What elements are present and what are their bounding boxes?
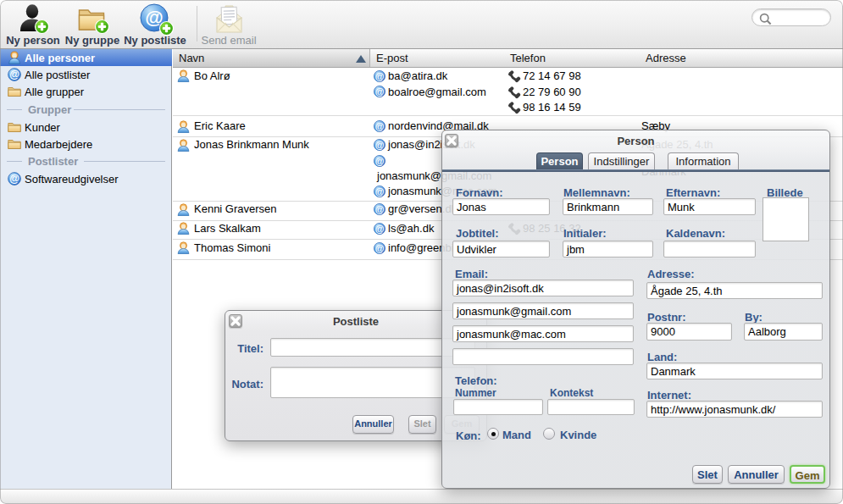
svg-text:@: @ — [9, 69, 19, 80]
svg-text:@: @ — [9, 173, 19, 185]
